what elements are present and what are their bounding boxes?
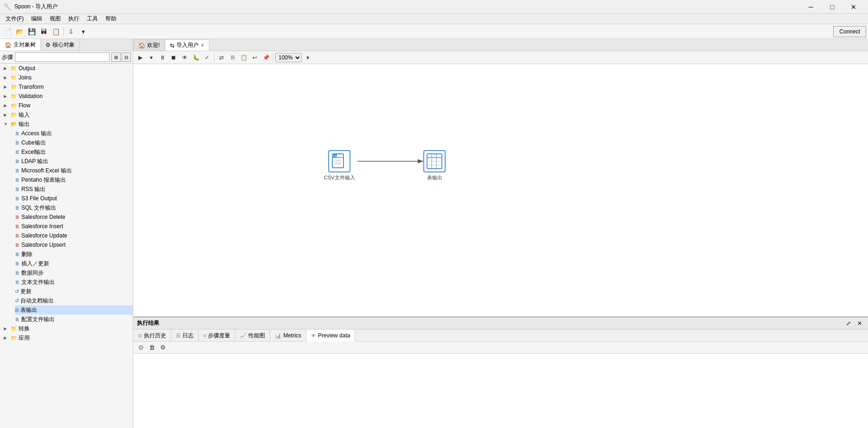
tree-item-flow[interactable]: ▶ 📁 Flow xyxy=(0,101,133,110)
child-sfupdate[interactable]: 🗎 Salesforce Update xyxy=(15,231,133,240)
child-pentaho[interactable]: 🗎 Pentaho 报表输出 xyxy=(15,175,133,184)
preview-btn[interactable]: 👁 xyxy=(180,53,190,63)
tab-close-icon[interactable]: ✕ xyxy=(201,43,204,48)
save-as-btn[interactable]: 🖬 xyxy=(38,26,49,37)
tree-item-joins[interactable]: ▶ 📁 Joins xyxy=(0,73,133,82)
child-text-output[interactable]: 🗎 文本文件输出 xyxy=(15,277,133,287)
tab-exec-history[interactable]: ⊙ 执行历史 xyxy=(133,329,171,342)
menu-execute[interactable]: 执行 xyxy=(65,14,83,24)
verify-btn[interactable]: ✓ xyxy=(202,53,212,63)
child-table-output[interactable]: ⊞ 表输出 xyxy=(15,305,133,315)
menu-edit[interactable]: 编辑 xyxy=(27,14,46,24)
redo-btn[interactable]: 📌 xyxy=(261,53,271,63)
search-expand-btn[interactable]: ⊞ xyxy=(111,53,121,62)
tree-item-output[interactable]: ▶ 📁 Output xyxy=(0,64,133,73)
menu-file[interactable]: 文件(F) xyxy=(2,14,27,24)
save-btn[interactable]: 💾 xyxy=(26,26,37,37)
menu-view[interactable]: 视图 xyxy=(46,14,65,24)
tab-log[interactable]: ☰ 日志 xyxy=(171,329,199,342)
run-dropdown-btn[interactable]: ▾ xyxy=(146,53,156,63)
close-bottom-button[interactable]: ✕ xyxy=(855,319,864,328)
dropdown-btn[interactable]: ▾ xyxy=(78,26,89,37)
child-label: Excel输出 xyxy=(21,148,46,156)
tree-item-transform[interactable]: ▶ 📁 Transform xyxy=(0,82,133,92)
child-sql[interactable]: 🗎 SQL 文件输出 xyxy=(15,203,133,212)
tree-item-transform-cn[interactable]: ▶ 📁 转换 xyxy=(0,324,133,333)
child-cube[interactable]: 🗎 Cube输出 xyxy=(15,138,133,147)
menu-tools[interactable]: 工具 xyxy=(83,14,102,24)
detach-button[interactable]: ⤢ xyxy=(844,319,853,328)
menu-help[interactable]: 帮助 xyxy=(102,14,120,24)
tab-preview-data[interactable]: 👁 Preview data xyxy=(306,329,355,342)
file-icon: 🗎 xyxy=(15,131,20,136)
child-insert-update[interactable]: 🗎 插入／更新 xyxy=(15,259,133,268)
perf-chart-icon: 📈 xyxy=(240,333,246,339)
search-actions: ⊞ ⊟ xyxy=(111,53,131,62)
pause-btn[interactable]: ⏸ xyxy=(157,53,168,63)
search-collapse-btn[interactable]: ⊟ xyxy=(122,53,131,62)
action-clear-btn[interactable]: 🗑 xyxy=(147,343,156,352)
child-excel[interactable]: 🗎 Excel输出 xyxy=(15,147,133,157)
child-sfinsert[interactable]: 🗎 Salesforce Insert xyxy=(15,222,133,231)
child-auto-doc[interactable]: ↺ 自动文档输出 xyxy=(15,296,133,305)
maximize-button[interactable]: □ xyxy=(822,0,843,14)
child-sfupsert[interactable]: 🗎 Salesforce Upsert xyxy=(15,240,133,250)
child-label: 自动文档输出 xyxy=(20,297,54,305)
undo-btn[interactable]: ↩ xyxy=(250,53,260,63)
tree-container[interactable]: ▶ 📁 Output ▶ 📁 Joins ▶ 📁 Transform ▶ 📁 V… xyxy=(0,64,133,428)
run-btn[interactable]: ▶ xyxy=(135,53,145,63)
paste-btn[interactable]: 📋 xyxy=(239,53,249,63)
save-all-btn[interactable]: 📋 xyxy=(50,26,61,37)
child-update[interactable]: ↺ 更新 xyxy=(15,287,133,296)
search-input[interactable] xyxy=(15,53,110,62)
child-sfdelete[interactable]: 🗎 Salesforce Delete xyxy=(15,212,133,222)
connect-button[interactable]: Connect xyxy=(833,26,866,37)
child-msexcel[interactable]: 🗎 Microsoft Excel 输出 xyxy=(15,166,133,175)
new-btn[interactable]: 📄 xyxy=(2,26,13,37)
debug-btn[interactable]: 🐛 xyxy=(191,53,201,63)
tab-main-objects[interactable]: 🏠 主对象树 xyxy=(0,39,41,51)
explore-btn[interactable]: ⇩ xyxy=(65,26,77,37)
file-icon: 🗎 xyxy=(15,224,20,229)
tab-step-metrics[interactable]: ≡ 步骤度量 xyxy=(199,329,235,342)
tree-item-validation[interactable]: ▶ 📁 Validation xyxy=(0,92,133,101)
tab-welcome[interactable]: 🏠 欢迎! xyxy=(133,40,165,51)
folder-icon: 📁 xyxy=(11,93,17,99)
stop-btn[interactable]: ⏹ xyxy=(168,53,179,63)
tree-item-app[interactable]: ▶ 📁 应用 xyxy=(0,333,133,342)
node-table-output[interactable]: 表输出 xyxy=(423,150,446,181)
child-config-output[interactable]: 🗎 配置文件输出 xyxy=(15,315,133,324)
tab-core-objects[interactable]: ⚙ 核心对象 xyxy=(41,39,80,51)
canvas-area[interactable]: CSV CSV文件输入 xyxy=(133,64,868,316)
zoom-select[interactable]: 50% 75% 100% 125% 150% 200% xyxy=(275,53,302,62)
child-label: RSS 输出 xyxy=(21,185,45,193)
tab-perf-chart[interactable]: 📈 性能图 xyxy=(235,329,270,342)
child-access[interactable]: 🗎 Access 输出 xyxy=(15,129,133,138)
file-icon: ⊞ xyxy=(15,307,19,313)
tab-import-user[interactable]: ⇆ 导入用户 ✕ xyxy=(165,40,209,51)
copy-btn[interactable]: ⎘ xyxy=(227,53,238,63)
title-bar-left: 🥄 Spoon - 导入用户 xyxy=(4,3,58,11)
open-btn[interactable]: 📂 xyxy=(14,26,25,37)
node-csv-input[interactable]: CSV CSV文件输入 xyxy=(324,150,355,181)
tree-label: Flow xyxy=(19,102,30,109)
bottom-title: 执行结果 xyxy=(137,319,159,327)
tree-item-output-cn[interactable]: ▼ 📂 输出 xyxy=(0,119,133,129)
align-btn[interactable]: ⇄ xyxy=(216,53,227,63)
child-data-sync[interactable]: 🗎 数据同步 xyxy=(15,268,133,277)
minimize-button[interactable]: ─ xyxy=(800,0,822,14)
action-settings-btn[interactable]: ⚙ xyxy=(158,343,168,352)
child-rss[interactable]: 🗎 RSS 输出 xyxy=(15,184,133,194)
tree-item-input[interactable]: ▶ 📁 输入 xyxy=(0,110,133,119)
child-delete[interactable]: 🗎 删除 xyxy=(15,250,133,259)
canvas-svg xyxy=(133,64,868,316)
zoom-dropdown-btn[interactable]: ▾ xyxy=(303,53,313,63)
file-icon: 🗎 xyxy=(15,186,20,192)
child-ldap[interactable]: 🗎 LDAP 输出 xyxy=(15,157,133,166)
welcome-icon: 🏠 xyxy=(138,42,145,49)
expand-icon: ▶ xyxy=(4,103,9,108)
child-s3[interactable]: 🗎 S3 File Output xyxy=(15,194,133,203)
action-play-btn[interactable]: ⊙ xyxy=(136,343,145,352)
close-button[interactable]: ✕ xyxy=(843,0,864,14)
tab-metrics[interactable]: 📊 Metrics xyxy=(270,329,306,342)
